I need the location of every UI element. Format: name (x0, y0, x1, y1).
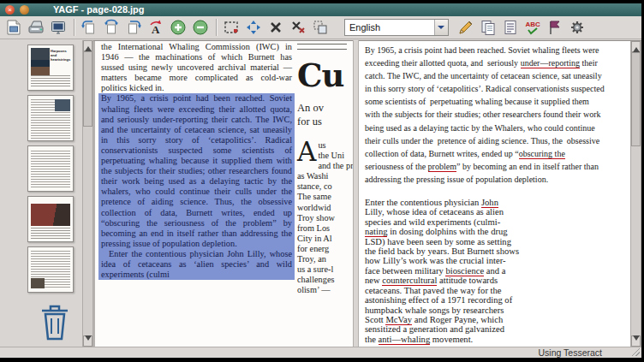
rotate-left-button[interactable] (79, 17, 99, 38)
clipped-text-lines (297, 44, 347, 53)
misspelled-word: anti—whaling (379, 335, 431, 345)
subtitle-line-1: An ov (297, 102, 324, 114)
clipped-line-fragment: challenges (297, 275, 353, 285)
close-button[interactable]: × (5, 5, 15, 15)
scroll-up-button[interactable] (83, 40, 92, 51)
scan-image-view[interactable]: the International Whaling Commission (IW… (93, 40, 353, 347)
misspelled-word: under—reporting (521, 58, 580, 68)
blocks-icon (312, 19, 329, 36)
selected-paragraph-1: By 1965, a crisis point had been reached… (101, 93, 292, 248)
clipped-line-fragment: worldwid (297, 203, 353, 213)
rotate-right-button[interactable] (123, 17, 144, 38)
thumbnail-scrollbar[interactable] (82, 40, 93, 347)
close-icon: × (8, 6, 12, 14)
scanned-page: the International Whaling Commission (IW… (95, 41, 353, 347)
page-thumbnail[interactable] (27, 196, 74, 242)
misspelled-word: problem (428, 162, 456, 172)
page-thumbnail[interactable] (27, 246, 74, 293)
recognize-button[interactable] (456, 17, 476, 38)
page-thumbnail[interactable] (27, 95, 74, 141)
language-value: English (345, 22, 434, 33)
svg-text:A: A (152, 23, 160, 36)
drop-cap: A (297, 140, 316, 163)
clear-region-button[interactable] (265, 17, 286, 38)
zoom-in-button[interactable] (168, 17, 188, 38)
ocr-paragraph-2: Enter the contentious physician JohnLill… (365, 198, 629, 344)
clipped-line-fragment: as Washi (297, 171, 353, 181)
resize-grip[interactable] (632, 348, 640, 356)
subtitle-line-2: for us (297, 116, 322, 128)
scroll-down-button[interactable] (83, 335, 92, 347)
zoom-out-icon (192, 19, 209, 36)
panel-splitter[interactable] (353, 40, 359, 347)
scanner-icon (27, 19, 45, 36)
trash-icon (38, 303, 72, 342)
page-column1: the International Whaling Commission (IW… (101, 42, 292, 280)
toolbar-separator (74, 19, 75, 36)
main-area: Harpoons and heartstrings (0, 40, 641, 347)
toolbar-separator (216, 19, 218, 36)
screen: × YAGF - page-028.jpg (0, 0, 644, 362)
scrollbar-thumb[interactable] (83, 51, 92, 127)
scroll-up-button[interactable] (631, 41, 641, 52)
clipped-line-fragment: stance, co (297, 181, 353, 192)
editor-scrollbar[interactable] (630, 41, 641, 347)
selected-paragraph-2: Enter the contentious physician John Lil… (101, 249, 292, 280)
page-column2: Cu An ov for us A usthe Uniand the pras … (297, 41, 353, 295)
spellcheck-button[interactable]: ABC (522, 17, 543, 38)
misspelled-word: bioscience (445, 266, 484, 276)
svg-text:ABC: ABC (526, 21, 541, 28)
thumbnail-panel: Harpoons and heartstrings (0, 40, 82, 347)
flag-icon (546, 19, 564, 36)
zoom-out-button[interactable] (190, 17, 211, 38)
abc-check-icon: ABC (524, 19, 541, 36)
rotate-right-icon (125, 19, 142, 36)
keyboard-layout-button[interactable] (545, 17, 565, 38)
scan-button[interactable] (26, 17, 46, 38)
clipped-line-fragment: The same (297, 192, 353, 202)
titlebar: × YAGF - page-028.jpg (0, 3, 641, 16)
language-select[interactable]: English (344, 19, 449, 36)
settings-button[interactable] (567, 17, 587, 38)
expand-arrows-icon (245, 19, 262, 36)
status-text: Using Tesseract (538, 347, 602, 359)
clipped-line-fragment: us a sure-l (297, 264, 353, 275)
pencil-icon (457, 19, 474, 36)
open-image-button[interactable] (3, 17, 24, 38)
clipped-line-fragment: City in Al (297, 234, 353, 244)
page-thumbnail[interactable] (27, 145, 74, 192)
window-title: YAGF - page-028.jpg (53, 3, 145, 16)
window-menu-button[interactable] (20, 5, 29, 15)
ocr-text[interactable]: By 1965, a crisis point had been reached… (359, 41, 630, 347)
deskew-button[interactable]: A (146, 17, 166, 38)
rotate-left-icon (80, 19, 98, 36)
zoom-in-icon (170, 19, 187, 36)
fit-page-button[interactable] (243, 17, 264, 38)
save-text-button[interactable] (500, 17, 521, 38)
select-region-button[interactable] (221, 17, 242, 38)
clipped-line-fragment: Troy show (297, 213, 353, 223)
rotate-180-icon (103, 19, 120, 36)
copy-text-button[interactable] (478, 17, 498, 38)
dashed-rect-icon (223, 19, 240, 36)
page-paragraph-top: the International Whaling Commission (IW… (101, 42, 292, 93)
page-thumbnail[interactable]: Harpoons and heartstrings (27, 45, 74, 91)
misspelled-word: McVay (385, 315, 412, 325)
scrollbar-thumb[interactable] (631, 52, 641, 146)
misspelled-word: nating (365, 227, 387, 237)
text-file-icon (502, 19, 519, 36)
thumbnail-list: Harpoons and heartstrings (27, 45, 74, 293)
clipped-line-fragment: for energ (297, 244, 353, 254)
scroll-down-button[interactable] (631, 335, 641, 347)
ocr-selection-region[interactable]: By 1965, a crisis point had been reached… (98, 93, 295, 280)
page-column2-fragments: A usthe Uniand the pras Washistance, coT… (297, 140, 353, 295)
clear-all-regions-button[interactable] (288, 17, 308, 38)
rotate-180-button[interactable] (101, 17, 122, 38)
delete-page-button[interactable] (38, 303, 72, 346)
x-icon (267, 19, 284, 36)
clipped-line-fragment: Troy, an (297, 254, 353, 264)
document-icon (5, 19, 22, 36)
save-image-button[interactable] (48, 17, 69, 38)
ocr-text-editor[interactable]: By 1965, a crisis point had been reached… (359, 40, 641, 347)
select-blocks-button[interactable] (310, 17, 331, 38)
